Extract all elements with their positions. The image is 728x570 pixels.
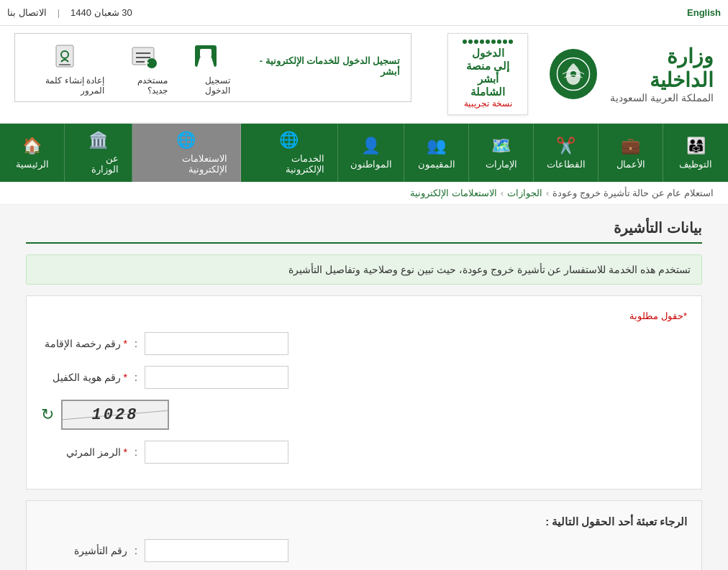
nav-item-home[interactable]: 🏠 الرئيسية — [0, 124, 65, 182]
nav-business-label: الأعمال — [616, 159, 645, 170]
iqama-input[interactable] — [145, 332, 288, 355]
emirates-icon: 🗺️ — [491, 137, 511, 155]
visa-input[interactable] — [145, 539, 288, 562]
new-user-label: مستخدم جديد؟ — [119, 75, 168, 96]
sponsor-colon: : — [135, 372, 137, 383]
breadcrumb-current: استعلام عام عن حالة تأشيرة خروج وعودة — [552, 188, 714, 198]
nav-item-eservices[interactable]: 🌐 الخدمات الإلكترونية — [241, 124, 338, 182]
nav-citizens-label: المواطنون — [350, 159, 392, 170]
captcha-input-row: : * الرمز المرئي — [41, 441, 687, 464]
sponsor-input[interactable] — [145, 366, 288, 389]
required-note: *حقول مطلوبة — [41, 311, 687, 321]
nav-emirates-label: الإمارات — [486, 159, 517, 170]
new-user-item[interactable]: + مستخدم جديد؟ — [119, 40, 168, 96]
login-label: تسجيل الدخول — [182, 75, 231, 96]
captcha-label: * الرمز المرئي — [41, 446, 127, 458]
business-icon: 💼 — [621, 137, 640, 155]
visa-row: : رقم التأشيرة — [41, 539, 687, 562]
iqama-label: * رقم رخصة الإقامة — [41, 338, 127, 349]
home-icon: 🏠 — [22, 137, 42, 155]
optional-title: الرجاء تعبئة أحد الحقول التالية : — [41, 515, 687, 528]
nav-item-business[interactable]: 💼 الأعمال — [599, 124, 663, 182]
absher-banner[interactable]: الدخول إلى منصة أبشر الشاملة نسخة تجريبي… — [447, 33, 528, 115]
ministry-logo — [550, 49, 597, 99]
absher-dots — [463, 40, 513, 44]
breadcrumb-sep2: › — [546, 188, 549, 198]
nav-item-about[interactable]: 🏛️ عن الوزارة — [65, 124, 132, 182]
ministry-name: وزارة الداخلية — [604, 45, 714, 92]
sectors-icon: ✂️ — [556, 137, 575, 155]
reset-pass-item[interactable]: إعادة إنشاء كلمة المرور — [26, 40, 104, 96]
sponsor-label: * رقم هوية الكفيل — [41, 372, 127, 383]
nav-item-citizens[interactable]: 👤 المواطنون — [338, 124, 404, 182]
top-bar: English 30 شعبان 1440 | الاتصال بنا — [0, 0, 728, 26]
visa-colon: : — [135, 545, 137, 556]
header-logo-area: وزارة الداخلية المملكة العربية السعودية — [535, 26, 728, 122]
nav-sectors-label: القطاعات — [547, 159, 586, 170]
logo-svg — [555, 56, 591, 92]
captcha-value: 1028 — [92, 406, 139, 424]
header-title: وزارة الداخلية المملكة العربية السعودية — [604, 45, 714, 104]
absher-area: الدخول إلى منصة أبشر الشاملة نسخة تجريبي… — [440, 26, 535, 122]
residents-icon: 👥 — [427, 137, 446, 155]
registration-area: تسجيل الدخول للخدمات الإلكترونية - أبشر … — [0, 26, 440, 122]
nav-recruitment-label: التوظيف — [679, 159, 712, 170]
captcha-image: 1028 — [61, 400, 169, 430]
date-label: 30 شعبان 1440 — [70, 7, 132, 18]
iqama-colon: : — [135, 338, 137, 349]
separator1: | — [58, 7, 60, 18]
new-user-icon: + — [127, 40, 159, 72]
breadcrumb: استعلام عام عن حالة تأشيرة خروج وعودة › … — [0, 182, 728, 205]
header: وزارة الداخلية المملكة العربية السعودية … — [0, 26, 728, 124]
breadcrumb-link-1[interactable]: الاستعلامات الإلكترونية — [410, 188, 497, 198]
optional-section: الرجاء تعبئة أحد الحقول التالية : : رقم … — [26, 500, 702, 570]
nav-home-label: الرئيسية — [16, 159, 49, 170]
captcha-input[interactable] — [145, 441, 288, 464]
captcha-row: 1028 ↻ — [41, 400, 687, 430]
nav-item-residents[interactable]: 👥 المقيمون — [404, 124, 469, 182]
english-link[interactable]: English — [687, 7, 721, 18]
iqama-row: : * رقم رخصة الإقامة — [41, 332, 687, 355]
sponsor-required-star: * — [121, 372, 127, 383]
nav-inquiries-label: الاستعلامات الإلكترونية — [145, 153, 227, 175]
nav-item-inquiries[interactable]: 🌐 الاستعلامات الإلكترونية — [132, 124, 241, 182]
reset-pass-label: إعادة إنشاء كلمة المرور — [26, 75, 104, 96]
about-icon: 🏛️ — [88, 131, 108, 150]
ministry-sub: المملكة العربية السعودية — [604, 92, 714, 104]
page-title: بيانات التأشيرة — [26, 219, 702, 244]
recruitment-icon: 👨‍👩‍👧 — [686, 137, 706, 155]
svg-point-1 — [570, 71, 576, 77]
breadcrumb-sep1: › — [501, 188, 504, 198]
registration-box: تسجيل الدخول للخدمات الإلكترونية - أبشر … — [14, 33, 411, 102]
captcha-required-star: * — [121, 446, 127, 458]
inquiries-icon: 🌐 — [176, 131, 196, 150]
nav-item-recruitment[interactable]: 👨‍👩‍👧 التوظيف — [663, 124, 728, 182]
login-icon — [190, 40, 222, 72]
login-item[interactable]: تسجيل الدخول — [182, 40, 231, 96]
breadcrumb-link-2[interactable]: الجوازات — [507, 188, 542, 198]
registration-title: تسجيل الدخول للخدمات الإلكترونية - أبشر — [248, 55, 400, 77]
contact-link[interactable]: الاتصال بنا — [7, 7, 47, 18]
eservices-icon: 🌐 — [279, 131, 299, 150]
iqama-required-star: * — [121, 338, 127, 349]
nav-residents-label: المقيمون — [418, 159, 455, 170]
sponsor-row: : * رقم هوية الكفيل — [41, 366, 687, 389]
nav-bar: 👨‍👩‍👧 التوظيف 💼 الأعمال ✂️ القطاعات 🗺️ ا… — [0, 124, 728, 182]
info-box: تستخدم هذه الخدمة للاستفسار عن تأشيرة خر… — [26, 254, 702, 285]
absher-sub: نسخة تجريبية — [463, 98, 513, 109]
nav-item-emirates[interactable]: 🗺️ الإمارات — [469, 124, 534, 182]
svg-rect-3 — [200, 49, 211, 58]
nav-about-label: عن الوزارة — [78, 153, 119, 175]
nav-item-sectors[interactable]: ✂️ القطاعات — [534, 124, 599, 182]
citizens-icon: 👤 — [361, 137, 381, 155]
nav-eservices-label: الخدمات الإلكترونية — [254, 153, 324, 175]
captcha-colon: : — [135, 446, 137, 458]
absher-title: الدخول إلى منصة أبشر الشاملة — [463, 47, 513, 98]
captcha-refresh-button[interactable]: ↻ — [41, 405, 54, 424]
form-section: *حقول مطلوبة : * رقم رخصة الإقامة : * رق… — [26, 295, 702, 489]
reset-pass-icon — [49, 40, 81, 72]
svg-rect-10 — [56, 45, 73, 67]
visa-label: رقم التأشيرة — [41, 545, 127, 556]
svg-text:+: + — [144, 58, 149, 68]
main-content: بيانات التأشيرة تستخدم هذه الخدمة للاستف… — [12, 205, 716, 570]
